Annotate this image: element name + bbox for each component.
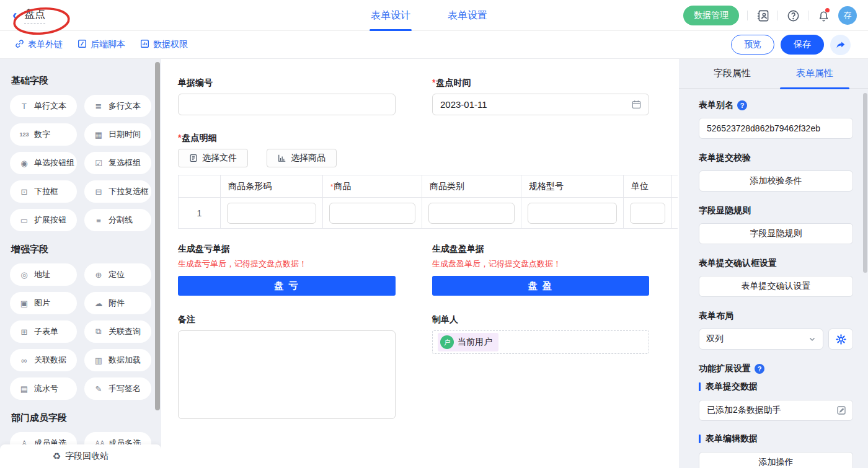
divider-line-icon: ≡: [92, 216, 105, 225]
notification-bell-icon[interactable]: [817, 9, 830, 22]
help-circle-icon[interactable]: [786, 9, 800, 22]
visibility-rules-button[interactable]: 字段显隐规则: [699, 223, 853, 244]
help-icon[interactable]: ?: [755, 364, 764, 374]
layout-gear-button[interactable]: [828, 329, 853, 350]
tab-form-settings[interactable]: 表单设置: [448, 0, 487, 31]
add-operation-button[interactable]: 添加操作: [699, 452, 853, 468]
share-arrow-icon: [835, 40, 846, 50]
share-button[interactable]: [830, 35, 851, 55]
file-icon: [189, 154, 198, 162]
unit-cell-input[interactable]: [630, 203, 665, 224]
field-radio-group[interactable]: ◉单选按钮组: [10, 152, 77, 174]
data-assistant-box[interactable]: 已添加2条数据助手: [699, 400, 853, 421]
field-subform[interactable]: ⊞子表单: [10, 320, 77, 343]
barcode-cell-input[interactable]: [227, 203, 316, 224]
field-check-detail[interactable]: *盘点明细 选择文件 选择商品 商品条形码: [178, 133, 679, 229]
field-multi-line-text[interactable]: ≣多行文本: [84, 95, 151, 117]
doc-number-input[interactable]: [178, 94, 396, 115]
field-single-line-text[interactable]: T单行文本: [10, 95, 77, 117]
category-cell-input[interactable]: [428, 203, 515, 224]
panel-scrollbar[interactable]: [863, 93, 867, 273]
field-image[interactable]: ▣图片: [10, 292, 77, 314]
field-divider-line[interactable]: ≡分割线: [84, 209, 151, 231]
data-permission-icon: [140, 39, 149, 50]
field-number[interactable]: 123数字: [10, 123, 77, 146]
address-book-icon[interactable]: [756, 9, 769, 22]
field-extend-button[interactable]: ▭扩展按钮: [10, 209, 77, 231]
form-title[interactable]: 盘点: [24, 7, 45, 24]
gain-button[interactable]: 盘 盈: [432, 276, 649, 296]
field-datetime[interactable]: ▦日期时间: [84, 123, 151, 146]
form-alias-input[interactable]: 526523728d862b79462f32eb: [699, 118, 853, 139]
edit-icon[interactable]: [836, 405, 846, 415]
col-category: 商品类别: [422, 175, 521, 198]
field-address[interactable]: ◎地址: [10, 263, 77, 286]
checkbox-icon: ☑: [92, 159, 105, 168]
submit-confirm-button[interactable]: 表单提交确认设置: [699, 276, 853, 297]
data-load-icon: ▥: [92, 356, 105, 365]
tab-form-design[interactable]: 表单设计: [371, 0, 410, 31]
field-check-time[interactable]: *盘点时间 2023-01-11: [432, 77, 649, 115]
remark-textarea[interactable]: [178, 330, 396, 419]
creator-label: 制单人: [432, 314, 649, 325]
field-recycle-bin[interactable]: ♻ 字段回收站: [0, 444, 161, 468]
field-data-load[interactable]: ▥数据加载: [84, 349, 151, 371]
submit-confirm-label: 表单提交确认框设置: [699, 258, 853, 269]
field-doc-number[interactable]: 单据编号: [178, 77, 396, 115]
backend-script[interactable]: 后端脚本: [78, 39, 125, 50]
help-icon[interactable]: ?: [737, 100, 747, 110]
col-clipped: [672, 175, 678, 198]
location-icon: ⊕: [92, 270, 105, 280]
chevron-down-icon: [808, 335, 816, 343]
layout-select[interactable]: 双列: [699, 329, 823, 350]
user-avatar[interactable]: 存: [838, 6, 857, 25]
field-signature[interactable]: ✎手写签名: [84, 377, 151, 400]
remark-label: 备注: [178, 314, 396, 325]
check-time-date-input[interactable]: 2023-01-11: [432, 94, 649, 115]
backend-script-label: 后端脚本: [91, 39, 125, 50]
creator-box[interactable]: 户 当前用户: [432, 330, 649, 354]
add-validation-button[interactable]: 添加校验条件: [699, 170, 853, 192]
field-serial-number[interactable]: ▤流水号: [10, 377, 77, 400]
required-mark: *: [330, 183, 333, 190]
select-product-button[interactable]: 选择商品: [267, 149, 337, 167]
select-file-button[interactable]: 选择文件: [178, 149, 248, 167]
preview-button[interactable]: 预览: [731, 35, 774, 55]
number-icon: 123: [18, 131, 30, 138]
field-linked-query[interactable]: ⧉关联查询: [84, 320, 151, 343]
tab-field-properties[interactable]: 字段属性: [698, 59, 767, 89]
loss-button[interactable]: 盘 亏: [178, 276, 396, 296]
row-index-cell: 1: [179, 198, 221, 229]
spec-cell-input[interactable]: [528, 203, 617, 224]
product-cell-input[interactable]: [329, 203, 415, 224]
linked-query-icon: ⧉: [92, 327, 105, 337]
ext-settings-label: 功能扩展设置 ?: [699, 363, 853, 374]
field-creator[interactable]: 制单人 户 当前用户: [432, 314, 649, 419]
field-checkbox-group[interactable]: ☑复选框组: [84, 152, 151, 174]
divider: [777, 11, 778, 20]
data-permission[interactable]: 数据权限: [140, 39, 188, 50]
blue-bar: [699, 435, 701, 443]
data-manage-button[interactable]: 数据管理: [683, 6, 739, 25]
tab-form-properties[interactable]: 表单属性: [780, 59, 849, 89]
radio-icon: ◉: [18, 159, 30, 168]
field-location[interactable]: ⊕定位: [84, 263, 151, 286]
header-tabs: 表单设计 表单设置: [371, 0, 487, 31]
field-generate-gain[interactable]: 生成盘盈单据 生成盘盈单后，记得提交盘点数据！ 盘 盈: [432, 244, 649, 296]
back-icon[interactable]: ‹: [12, 9, 17, 22]
subform-table: 商品条形码 *商品 商品类别 规格型号 单位 1: [178, 175, 678, 229]
sidebar-scrollbar[interactable]: [155, 62, 160, 410]
visibility-rules-label: 字段显隐规则: [699, 205, 853, 216]
field-multi-select[interactable]: ⊟下拉复选框: [84, 180, 151, 203]
field-linked-data[interactable]: ∞关联数据: [10, 349, 77, 371]
save-button[interactable]: 保存: [781, 35, 824, 55]
app-header: ‹ 盘点 表单设计 表单设置 数据管理: [0, 0, 868, 31]
current-user-tag[interactable]: 户 当前用户: [438, 333, 498, 351]
form-external-link-label: 表单外链: [28, 39, 63, 50]
section-title-enhanced-fields: 增强字段: [11, 244, 151, 255]
form-external-link[interactable]: 表单外链: [15, 39, 63, 50]
field-remark[interactable]: 备注: [178, 314, 396, 419]
field-generate-loss[interactable]: 生成盘亏单据 生成盘亏单后，记得提交盘点数据！ 盘 亏: [178, 244, 396, 296]
field-attachment[interactable]: ☁附件: [84, 292, 151, 314]
field-select[interactable]: ⊡下拉框: [10, 180, 77, 203]
